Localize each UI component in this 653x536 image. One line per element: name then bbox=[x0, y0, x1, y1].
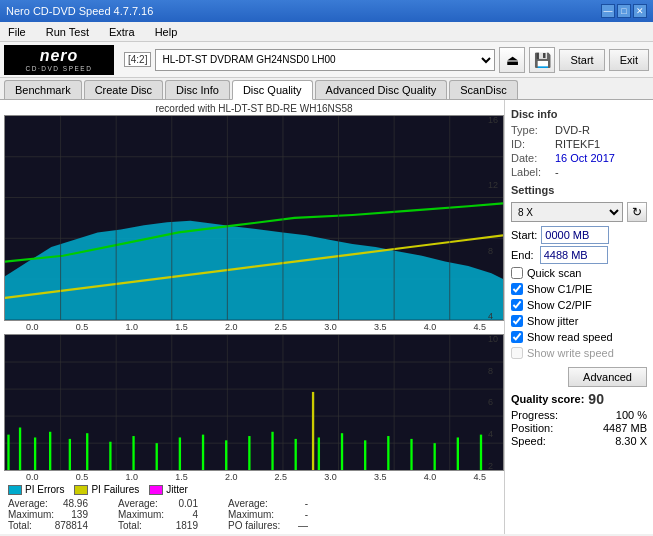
menu-file[interactable]: File bbox=[4, 24, 30, 40]
show-c1pie-checkbox[interactable] bbox=[511, 283, 523, 295]
start-button[interactable]: Start bbox=[559, 49, 604, 71]
disc-type-row: Type: DVD-R bbox=[511, 124, 647, 136]
toolbar: nero CD·DVD SPEED [4:2] HL-DT-ST DVDRAM … bbox=[0, 42, 653, 78]
minimize-button[interactable]: — bbox=[601, 4, 615, 18]
start-label: Start: bbox=[511, 229, 537, 241]
position-label: Position: bbox=[511, 422, 553, 434]
show-write-speed-checkbox bbox=[511, 347, 523, 359]
drive-selector[interactable]: HL-DT-ST DVDRAM GH24NSD0 LH00 bbox=[155, 49, 495, 71]
tab-scan-disc[interactable]: ScanDisc bbox=[449, 80, 517, 99]
pi-failures-stats: Average: 0.01 Maximum: 4 Total: 1819 bbox=[118, 498, 198, 531]
end-mb-row: End: bbox=[511, 246, 647, 264]
progress-row: Progress: 100 % bbox=[511, 409, 647, 421]
jitter-avg-label: Average: bbox=[228, 498, 268, 509]
svg-rect-48 bbox=[480, 434, 482, 470]
right-panel: Disc info Type: DVD-R ID: RITEKF1 Date: … bbox=[505, 100, 653, 534]
legend-jitter-label: Jitter bbox=[166, 484, 188, 495]
po-failures-label: PO failures: bbox=[228, 520, 280, 531]
show-c2pif-checkbox[interactable] bbox=[511, 299, 523, 311]
svg-marker-4 bbox=[5, 221, 503, 320]
svg-rect-45 bbox=[410, 439, 412, 470]
title-bar-title: Nero CD-DVD Speed 4.7.7.16 bbox=[6, 5, 153, 17]
svg-rect-37 bbox=[248, 436, 250, 470]
tab-advanced-disc-quality[interactable]: Advanced Disc Quality bbox=[315, 80, 448, 99]
chart-subtitle: recorded with HL-DT-ST BD-RE WH16NS58 bbox=[4, 102, 504, 115]
settings-title: Settings bbox=[511, 184, 647, 196]
show-read-speed-row: Show read speed bbox=[511, 331, 647, 343]
start-mb-input[interactable] bbox=[541, 226, 609, 244]
save-icon-button[interactable]: 💾 bbox=[529, 47, 555, 73]
menu-help[interactable]: Help bbox=[151, 24, 182, 40]
legend-pi-errors-label: PI Errors bbox=[25, 484, 64, 495]
tab-bar: Benchmark Create Disc Disc Info Disc Qua… bbox=[0, 78, 653, 100]
legend-pi-failures: PI Failures bbox=[74, 484, 139, 495]
chart-area: recorded with HL-DT-ST BD-RE WH16NS58 20… bbox=[0, 100, 505, 534]
upper-x-axis: 0.00.51.01.52.02.53.03.54.04.5 bbox=[4, 321, 504, 332]
speed-row: 8 X ↻ bbox=[511, 202, 647, 222]
content-area: recorded with HL-DT-ST BD-RE WH16NS58 20… bbox=[0, 100, 653, 534]
svg-rect-40 bbox=[312, 392, 314, 470]
exit-button[interactable]: Exit bbox=[609, 49, 649, 71]
svg-rect-26 bbox=[19, 427, 21, 470]
show-jitter-row: Show jitter bbox=[511, 315, 647, 327]
maximize-button[interactable]: □ bbox=[617, 4, 631, 18]
title-bar: Nero CD-DVD Speed 4.7.7.16 — □ ✕ bbox=[0, 0, 653, 22]
stats-row: Average: 48.96 Maximum: 139 Total: 87881… bbox=[4, 497, 504, 532]
disc-type-label: Type: bbox=[511, 124, 551, 136]
svg-rect-29 bbox=[69, 439, 71, 470]
svg-rect-36 bbox=[225, 440, 227, 470]
refresh-button[interactable]: ↻ bbox=[627, 202, 647, 222]
start-mb-row: Start: bbox=[511, 226, 647, 244]
close-button[interactable]: ✕ bbox=[633, 4, 647, 18]
menu-run-test[interactable]: Run Test bbox=[42, 24, 93, 40]
quick-scan-label: Quick scan bbox=[527, 267, 581, 279]
upper-chart-svg bbox=[5, 116, 503, 320]
show-jitter-label: Show jitter bbox=[527, 315, 578, 327]
eject-icon-button[interactable]: ⏏ bbox=[499, 47, 525, 73]
jitter-max-value: - bbox=[305, 509, 308, 520]
show-write-speed-label: Show write speed bbox=[527, 347, 614, 359]
quick-scan-checkbox[interactable] bbox=[511, 267, 523, 279]
logo-text: nero bbox=[40, 47, 79, 65]
show-jitter-checkbox[interactable] bbox=[511, 315, 523, 327]
advanced-button[interactable]: Advanced bbox=[568, 367, 647, 387]
show-read-speed-checkbox[interactable] bbox=[511, 331, 523, 343]
disc-type-value: DVD-R bbox=[555, 124, 590, 136]
pi-failures-avg-value: 0.01 bbox=[179, 498, 198, 509]
pi-failures-total-label: Total: bbox=[118, 520, 142, 531]
svg-rect-43 bbox=[364, 440, 366, 470]
pi-failures-max-label: Maximum: bbox=[118, 509, 164, 520]
lower-x-axis: 0.00.51.01.52.02.53.03.54.04.5 bbox=[4, 471, 504, 482]
pi-errors-total-label: Total: bbox=[8, 520, 32, 531]
position-value: 4487 MB bbox=[603, 422, 647, 434]
tab-disc-info[interactable]: Disc Info bbox=[165, 80, 230, 99]
quality-score-row: Quality score: 90 bbox=[511, 391, 647, 407]
svg-rect-32 bbox=[132, 436, 134, 470]
menu-bar: File Run Test Extra Help bbox=[0, 22, 653, 42]
legend-pi-failures-label: PI Failures bbox=[91, 484, 139, 495]
show-c1pie-label: Show C1/PIE bbox=[527, 283, 592, 295]
disc-label-label: Label: bbox=[511, 166, 551, 178]
jitter-avg-value: - bbox=[305, 498, 308, 509]
jitter-max-label: Maximum: bbox=[228, 509, 274, 520]
pi-errors-stats: Average: 48.96 Maximum: 139 Total: 87881… bbox=[8, 498, 88, 531]
svg-rect-31 bbox=[109, 442, 111, 470]
tab-disc-quality[interactable]: Disc Quality bbox=[232, 80, 313, 100]
progress-value: 100 % bbox=[616, 409, 647, 421]
svg-rect-39 bbox=[295, 439, 297, 470]
end-mb-input[interactable] bbox=[540, 246, 608, 264]
disc-date-row: Date: 16 Oct 2017 bbox=[511, 152, 647, 164]
upper-y-axis-right: 161284 bbox=[486, 115, 504, 321]
jitter-color bbox=[149, 485, 163, 495]
show-write-speed-row: Show write speed bbox=[511, 347, 647, 359]
legend-pi-errors: PI Errors bbox=[8, 484, 64, 495]
svg-rect-25 bbox=[7, 434, 9, 470]
tab-create-disc[interactable]: Create Disc bbox=[84, 80, 163, 99]
disc-label-row: Label: - bbox=[511, 166, 647, 178]
menu-extra[interactable]: Extra bbox=[105, 24, 139, 40]
disc-date-value: 16 Oct 2017 bbox=[555, 152, 615, 164]
show-c1pie-row: Show C1/PIE bbox=[511, 283, 647, 295]
nero-logo: nero CD·DVD SPEED bbox=[4, 45, 114, 75]
tab-benchmark[interactable]: Benchmark bbox=[4, 80, 82, 99]
speed-selector[interactable]: 8 X bbox=[511, 202, 623, 222]
